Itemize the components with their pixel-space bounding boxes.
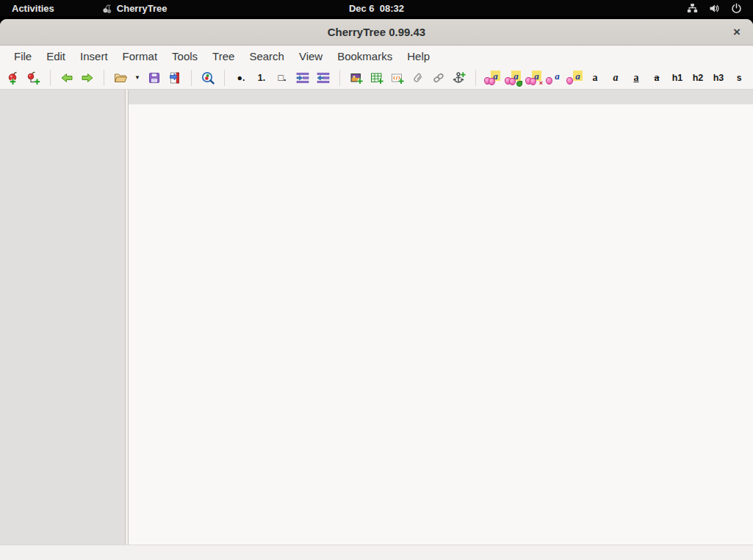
insert-anchor-button[interactable] xyxy=(450,68,469,87)
format-latest-button[interactable]: a xyxy=(503,68,522,87)
table-plus-icon xyxy=(370,71,384,85)
indent-right-icon xyxy=(295,71,310,85)
activities-button[interactable]: Activities xyxy=(0,0,66,16)
format-clear-icon: a × xyxy=(525,71,541,85)
desktop: { "top_bar": { "activities_label": "Acti… xyxy=(0,0,753,560)
menu-edit[interactable]: Edit xyxy=(39,47,73,65)
new-subnode-button[interactable] xyxy=(24,68,43,87)
toolbar-separator xyxy=(339,70,340,86)
title-bar[interactable]: CherryTree 0.99.43 × xyxy=(0,19,753,46)
format-clear-button[interactable]: a × xyxy=(524,68,543,87)
toolbar-separator xyxy=(224,70,225,86)
toolbar-separator xyxy=(104,70,104,86)
menu-insert[interactable]: Insert xyxy=(73,47,115,65)
toolbar-separator xyxy=(475,70,476,86)
numbered-list-icon: 1. xyxy=(258,73,265,83)
go-back-button[interactable] xyxy=(57,68,76,87)
menu-bar: File Edit Insert Format Tools Tree Searc… xyxy=(0,46,753,67)
toolbar-separator xyxy=(191,70,192,86)
save-as-button[interactable] xyxy=(165,68,184,87)
cherrytree-logo-icon xyxy=(101,3,112,14)
format-text-button[interactable]: a xyxy=(483,68,502,87)
go-forward-button[interactable] xyxy=(78,68,97,87)
paperclip-icon xyxy=(411,71,425,85)
bold-icon: a xyxy=(593,73,598,83)
menu-bookmarks[interactable]: Bookmarks xyxy=(330,47,400,65)
chain-link-icon xyxy=(431,71,446,85)
menu-format[interactable]: Format xyxy=(115,47,165,65)
numbered-list-button[interactable]: 1. xyxy=(252,68,271,87)
todo-list-icon: □. xyxy=(278,73,286,83)
menu-tools[interactable]: Tools xyxy=(165,47,205,65)
todo-list-button[interactable]: □. xyxy=(273,68,292,87)
save-button[interactable] xyxy=(145,68,164,87)
h1-button[interactable]: h1 xyxy=(668,68,687,87)
cherrytree-window: CherryTree 0.99.43 × File Edit Insert Fo… xyxy=(0,19,753,560)
h1-icon: h1 xyxy=(672,73,683,83)
new-node-button[interactable] xyxy=(4,68,23,87)
menu-tree[interactable]: Tree xyxy=(205,47,242,65)
find-button[interactable] xyxy=(198,68,217,87)
h2-icon: h2 xyxy=(693,73,704,83)
close-button[interactable]: × xyxy=(728,24,746,41)
underline-button[interactable]: a xyxy=(627,68,646,87)
indent-decrease-button[interactable] xyxy=(314,68,333,87)
indent-left-icon xyxy=(316,71,331,85)
attach-file-button[interactable] xyxy=(408,68,428,87)
window-title: CherryTree 0.99.43 xyxy=(328,26,425,38)
color-foreground-button[interactable]: a xyxy=(544,68,563,87)
menu-search[interactable]: Search xyxy=(242,47,292,65)
open-recent-dropdown-button[interactable]: ▼ xyxy=(131,68,143,87)
tree-panel[interactable] xyxy=(0,90,125,545)
small-text-button[interactable]: s xyxy=(729,68,749,87)
chevron-down-icon: ▼ xyxy=(134,75,140,81)
h2-button[interactable]: h2 xyxy=(688,68,707,87)
bullet-list-icon: ●. xyxy=(237,73,245,83)
system-tray[interactable] xyxy=(686,0,753,16)
image-plus-icon xyxy=(349,71,364,85)
h3-icon: h3 xyxy=(713,73,724,83)
strikethrough-icon: a xyxy=(655,73,660,83)
toolbar-separator xyxy=(50,70,51,86)
editor-pane xyxy=(129,90,753,545)
bold-button[interactable]: a xyxy=(586,68,605,87)
italic-button[interactable]: a xyxy=(606,68,625,87)
insert-codebox-button[interactable] xyxy=(388,68,407,87)
main-content xyxy=(0,90,753,545)
open-file-button[interactable] xyxy=(111,68,130,87)
save-as-icon xyxy=(167,71,182,85)
strikethrough-button[interactable]: a xyxy=(647,68,666,87)
toolbar: ▼ xyxy=(0,67,753,90)
cherry-subnode-plus-icon xyxy=(26,71,41,85)
menu-view[interactable]: View xyxy=(292,47,330,65)
insert-link-button[interactable] xyxy=(429,68,448,87)
indent-increase-button[interactable] xyxy=(293,68,312,87)
insert-image-button[interactable] xyxy=(347,68,366,87)
status-bar xyxy=(0,545,753,560)
color-foreground-icon: a xyxy=(546,71,562,85)
codebox-plus-icon xyxy=(390,71,405,85)
menu-file[interactable]: File xyxy=(7,47,39,65)
color-background-button[interactable]: a xyxy=(565,68,584,87)
editor-area[interactable] xyxy=(129,104,753,545)
gnome-top-bar: Activities CherryTree Dec 6 08:32 xyxy=(0,0,753,16)
h3-button[interactable]: h3 xyxy=(709,68,728,87)
app-menu-button[interactable]: CherryTree xyxy=(101,0,167,16)
format-latest-icon: a xyxy=(505,71,521,85)
anchor-plus-icon xyxy=(452,71,466,85)
network-wired-icon xyxy=(686,2,699,15)
arrow-left-icon xyxy=(60,71,74,85)
insert-table-button[interactable] xyxy=(367,68,386,87)
superscript-button[interactable]: as xyxy=(750,68,753,87)
open-folder-icon xyxy=(113,71,128,85)
small-text-icon: s xyxy=(737,73,742,82)
search-icon xyxy=(201,71,215,85)
menu-help[interactable]: Help xyxy=(400,47,437,65)
bullet-list-button[interactable]: ●. xyxy=(231,68,251,87)
underline-icon: a xyxy=(634,73,639,83)
format-text-icon: a xyxy=(484,71,500,85)
editor-top-strip xyxy=(129,90,753,104)
app-menu-label: CherryTree xyxy=(117,3,167,14)
italic-icon: a xyxy=(613,73,619,83)
cherry-plus-icon xyxy=(6,71,21,85)
